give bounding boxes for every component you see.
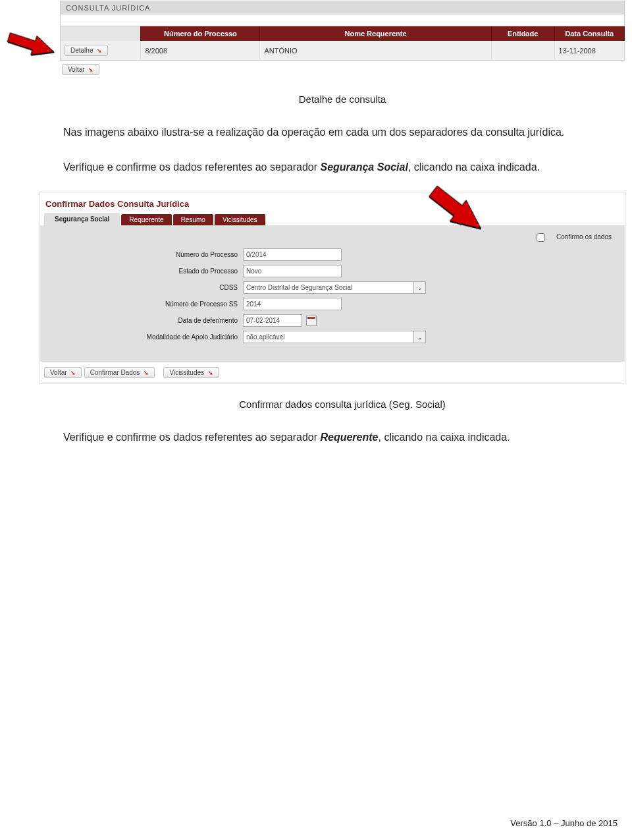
detalhe-button[interactable]: Detalhe ➘ bbox=[65, 45, 108, 56]
calendar-icon[interactable] bbox=[306, 316, 317, 326]
detalhe-button-label: Detalhe bbox=[70, 47, 93, 54]
label-data-deferimento: Data de deferimento bbox=[45, 317, 243, 324]
confirmar-dados-button[interactable]: Confirmar Dados ➘ bbox=[84, 367, 155, 378]
arrow-icon: ➘ bbox=[97, 47, 102, 54]
voltar-button-label: Voltar bbox=[68, 66, 85, 73]
paragraph-3: Verifique e confirme os dados referentes… bbox=[59, 427, 625, 447]
cell-data: 13-11-2008 bbox=[554, 41, 624, 61]
confirmo-checkbox[interactable] bbox=[537, 233, 545, 242]
cell-entidade bbox=[491, 41, 554, 61]
paragraph-1: Nas imagens abaixo ilustra-se a realizaç… bbox=[59, 122, 625, 142]
label-estado-processo: Estado do Processo bbox=[45, 267, 243, 275]
input-estado-processo[interactable] bbox=[243, 265, 342, 277]
voltar-button-label: Voltar bbox=[50, 369, 67, 376]
input-data-deferimento[interactable] bbox=[243, 314, 302, 327]
vicissitudes-button-label: Vicissitudes bbox=[169, 369, 204, 376]
tab-resumo[interactable]: Resumo bbox=[173, 214, 213, 225]
label-modalidade: Modalidade de Apoio Judiciário bbox=[45, 333, 243, 341]
caption-detalhe: Detalhe de consulta bbox=[59, 94, 625, 105]
col-header-entidade: Entidade bbox=[491, 26, 554, 41]
screenshot-confirmar-dados: Confirmar Dados Consulta Jurídica Segura… bbox=[40, 192, 625, 384]
form-heading: Confirmar Dados Consulta Jurídica bbox=[40, 192, 625, 213]
voltar-button[interactable]: Voltar ➘ bbox=[62, 64, 99, 75]
input-numero-processo[interactable] bbox=[243, 248, 342, 261]
input-numero-processo-ss[interactable] bbox=[243, 298, 342, 310]
confirmo-label: Confirmo os dados bbox=[556, 234, 612, 241]
arrow-icon: ➘ bbox=[208, 370, 213, 376]
chevron-down-icon[interactable]: ⌄ bbox=[414, 331, 426, 343]
arrow-icon: ➘ bbox=[88, 67, 93, 73]
chevron-down-icon[interactable]: ⌄ bbox=[414, 281, 426, 294]
screenshot-consulta-juridica: CONSULTA JURÍDICA Número do Processo Nom… bbox=[59, 0, 625, 79]
tab-bar: Segurança Social Requerente Resumo Vicis… bbox=[40, 213, 625, 225]
panel-title: CONSULTA JURÍDICA bbox=[60, 1, 625, 14]
tab-vicissitudes[interactable]: Vicissitudes bbox=[215, 214, 265, 225]
vicissitudes-button[interactable]: Vicissitudes ➘ bbox=[163, 367, 219, 378]
red-arrow-annotation bbox=[421, 184, 494, 242]
col-header-data: Data Consulta bbox=[554, 26, 624, 41]
arrow-icon: ➘ bbox=[144, 370, 149, 376]
results-table: Número do Processo Nome Requerente Entid… bbox=[60, 26, 625, 61]
col-header-processo: Número do Processo bbox=[141, 26, 260, 41]
svg-marker-1 bbox=[425, 184, 489, 238]
caption-confirmar: Confirmar dados consulta jurídica (Seg. … bbox=[59, 399, 625, 410]
col-header-nome: Nome Requerente bbox=[260, 26, 491, 41]
paragraph-2: Verifique e confirme os dados referentes… bbox=[59, 157, 625, 177]
voltar-button[interactable]: Voltar ➘ bbox=[44, 367, 82, 378]
label-numero-processo-ss: Número de Processo SS bbox=[45, 300, 243, 308]
select-cdss[interactable] bbox=[243, 281, 414, 294]
tab-seguranca-social[interactable]: Segurança Social bbox=[44, 213, 120, 225]
cell-processo: 8/2008 bbox=[141, 41, 260, 61]
cell-nome: ANTÓNIO bbox=[260, 41, 491, 61]
label-cdss: CDSS bbox=[45, 284, 243, 291]
red-arrow-annotation bbox=[4, 26, 58, 62]
arrow-icon: ➘ bbox=[70, 370, 76, 376]
select-modalidade[interactable] bbox=[243, 331, 414, 343]
confirmar-button-label: Confirmar Dados bbox=[90, 369, 140, 376]
table-row: Detalhe ➘ 8/2008 ANTÓNIO 13-11-2008 bbox=[61, 41, 625, 61]
tab-requerente[interactable]: Requerente bbox=[121, 214, 171, 225]
label-numero-processo: Número do Processo bbox=[45, 251, 243, 258]
svg-marker-0 bbox=[6, 28, 57, 61]
